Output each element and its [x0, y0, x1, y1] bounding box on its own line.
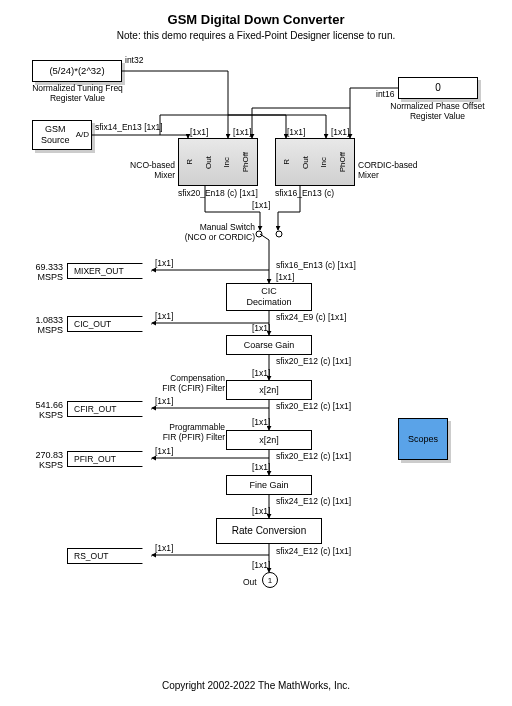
- nco-mixer-block[interactable]: R Out Inc PhOff: [178, 138, 258, 186]
- pfir-out: sfix20_E12 (c) [1x1]: [276, 451, 351, 461]
- outport[interactable]: 1: [262, 572, 278, 588]
- rate-out: sfix24_E12 (c) [1x1]: [276, 546, 351, 556]
- cordic-out-dtype: sfix16_En13 (c): [275, 188, 334, 198]
- port-inc: Inc: [222, 157, 232, 168]
- sig-c: [1x1]: [252, 323, 270, 333]
- sig-b: [1x1]: [276, 272, 294, 282]
- sig-a: [1x1]: [252, 200, 270, 210]
- gsm-source-label: GSM Source: [35, 124, 76, 146]
- sig-e: [1x1]: [252, 417, 270, 427]
- cordic-mixer-label: CORDIC-based Mixer: [358, 160, 418, 180]
- fine-out: sfix24_E12 (c) [1x1]: [276, 496, 351, 506]
- out-label: Out: [243, 577, 257, 587]
- gsm-source-block[interactable]: GSM Source A/D: [32, 120, 92, 150]
- sig-g: [1x1]: [252, 506, 270, 516]
- sig-2: [1x1]: [155, 396, 173, 406]
- port-phoff: PhOff: [338, 152, 348, 172]
- copyright: Copyright 2002-2022 The MathWorks, Inc.: [0, 680, 512, 691]
- cordic-mixer-block[interactable]: R Out Inc PhOff: [275, 138, 355, 186]
- int16-label: int16: [376, 89, 394, 99]
- rate-2: 541.66 KSPS: [18, 400, 63, 420]
- svg-point-1: [276, 231, 282, 237]
- tag-cfir-out[interactable]: CFIR_OUT: [67, 401, 152, 417]
- switch-label: Manual Switch (NCO or CORDIC): [175, 222, 255, 242]
- tuning-freq-label: Normalized Tuning Freq Register Value: [25, 83, 130, 103]
- port-out: Out: [301, 156, 311, 169]
- port-inc: Inc: [319, 157, 329, 168]
- nco-mixer-label: NCO-based Mixer: [115, 160, 175, 180]
- rate-1: 1.0833 MSPS: [18, 315, 63, 335]
- sig-d: [1x1]: [252, 368, 270, 378]
- tuning-freq-block[interactable]: (5/24)*(2^32): [32, 60, 122, 82]
- rate-3: 270.83 KSPS: [18, 450, 63, 470]
- port-out: Out: [204, 156, 214, 169]
- coarse-out: sfix20_E12 (c) [1x1]: [276, 356, 351, 366]
- cic-block[interactable]: CIC Decimation: [226, 283, 312, 311]
- phase-offset-label: Normalized Phase Offset Register Value: [385, 101, 490, 121]
- cfir-out: sfix20_E12 (c) [1x1]: [276, 401, 351, 411]
- pfir-pre: Programmable FIR (PFIR) Filter: [145, 422, 225, 442]
- ad-label: A/D: [76, 130, 89, 140]
- sig-t4: [1x1]: [331, 127, 349, 137]
- port-r: R: [282, 159, 292, 165]
- page-note: Note: this demo requires a Fixed-Point D…: [0, 30, 512, 41]
- tag-pfir-out[interactable]: PFIR_OUT: [67, 451, 152, 467]
- fine-gain-block[interactable]: Fine Gain: [226, 475, 312, 495]
- rate-0: 69.333 MSPS: [18, 262, 63, 282]
- scopes-block[interactable]: Scopes: [398, 418, 448, 460]
- int32-label: int32: [125, 55, 143, 65]
- cfir-block[interactable]: x[2n]: [226, 380, 312, 400]
- sig-1: [1x1]: [155, 311, 173, 321]
- phase-offset-block[interactable]: 0: [398, 77, 478, 99]
- coarse-gain-block[interactable]: Coarse Gain: [226, 335, 312, 355]
- page-title: GSM Digital Down Converter: [0, 12, 512, 27]
- tag-cic-out[interactable]: CIC_OUT: [67, 316, 152, 332]
- sig-t2: [1x1]: [233, 127, 251, 137]
- cfir-pre: Compensation FIR (CFIR) Filter: [145, 373, 225, 393]
- port-phoff: PhOff: [241, 152, 251, 172]
- sig-t3: [1x1]: [287, 127, 305, 137]
- port-r: R: [185, 159, 195, 165]
- sig-0: [1x1]: [155, 258, 173, 268]
- gsm-out-dtype: sfix14_En13 [1x1]: [95, 122, 163, 132]
- svg-point-0: [256, 231, 262, 237]
- rate-conv-block[interactable]: Rate Conversion: [216, 518, 322, 544]
- tag-mixer-out[interactable]: MIXER_OUT: [67, 263, 152, 279]
- sig-h: [1x1]: [252, 560, 270, 570]
- sig-t1: [1x1]: [190, 127, 208, 137]
- tag-rs-out[interactable]: RS_OUT: [67, 548, 152, 564]
- pfir-block[interactable]: x[2n]: [226, 430, 312, 450]
- nco-out-dtype: sfix20_En18 (c) [1x1]: [178, 188, 258, 198]
- sig-f: [1x1]: [252, 462, 270, 472]
- cic-out: sfix24_E9 (c) [1x1]: [276, 312, 346, 322]
- sig-3: [1x1]: [155, 446, 173, 456]
- switch-out-dtype: sfix16_En13 (c) [1x1]: [276, 260, 356, 270]
- sig-4: [1x1]: [155, 543, 173, 553]
